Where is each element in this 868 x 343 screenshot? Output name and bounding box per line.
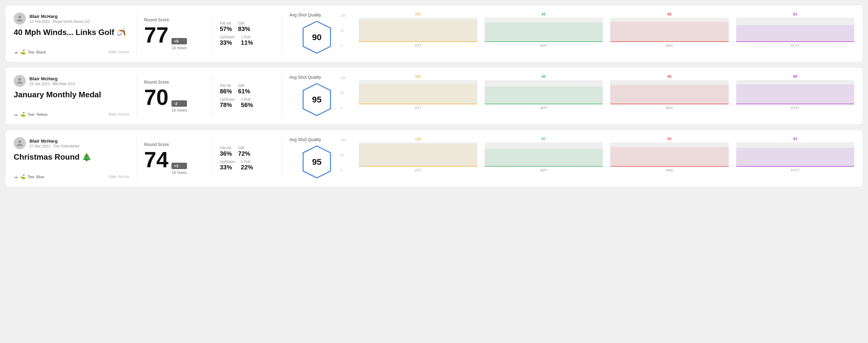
fw-hit-label: FW Hit <box>220 21 232 26</box>
quality-label: Avg Shot Quality <box>289 75 321 80</box>
bar-value-label: 107 <box>415 12 421 17</box>
stats-row-top: FW Hit 36% GIR 72% <box>220 146 275 157</box>
bar-column: 110 OTT <box>359 137 477 172</box>
gir-label: GIR <box>238 21 250 26</box>
gir-value: 61% <box>238 88 250 95</box>
bar-wrapper <box>485 18 603 42</box>
stat-fw-hit: FW Hit 36% <box>220 146 232 157</box>
avatar-icon <box>16 77 23 85</box>
y-axis-label: 100 <box>341 76 346 80</box>
score-section: Round Score 74 +2 18 Holes <box>144 137 205 179</box>
updown-label: Up/Down <box>220 160 235 164</box>
quality-section: Avg Shot Quality 95 <box>289 137 344 179</box>
bar-chart: 107 OTT 95 APP 98 ARG 82 <box>359 14 854 54</box>
user-name: Blair McHarg <box>30 14 90 19</box>
chart-section: 100500 107 OTT 95 APP 98 <box>344 12 854 55</box>
bar-value-label: 95 <box>542 12 546 17</box>
bar-line <box>359 166 477 167</box>
quality-score: 90 <box>312 33 321 42</box>
hexagon: 90 <box>302 20 332 55</box>
stat-gir: GIR 61% <box>238 84 250 95</box>
user-info: Blair McHarg 27 Dec 2021 · The Oxfordshi… <box>30 138 79 148</box>
bar-line <box>610 41 729 42</box>
stat-oneputt: 1 Putt 22% <box>241 160 253 171</box>
bar-axis-label: ARG <box>666 106 673 110</box>
score-badge-col: +2 18 Holes <box>172 163 187 175</box>
bar-column: 93 PUTT <box>736 137 855 172</box>
fw-hit-label: FW Hit <box>220 84 232 88</box>
holes-text: 18 Holes <box>172 170 187 175</box>
bar-line <box>485 166 603 167</box>
bar-wrapper <box>359 80 477 104</box>
bar-column: 82 PUTT <box>736 12 855 48</box>
score-badge-col: +5 18 Holes <box>172 38 187 50</box>
stat-gir: GIR 72% <box>238 146 250 157</box>
score-row: 77 +5 18 Holes <box>144 24 205 50</box>
vertical-divider <box>136 137 137 179</box>
bar-line <box>736 166 855 167</box>
tee-info: ☁ ⛳ Tee: Yellow <box>14 112 48 117</box>
user-info: Blair McHarg 29 Jan 2022 · Mill Ride GCC <box>30 76 76 86</box>
bar-column: 95 APP <box>485 12 603 48</box>
chart-y-axis: 100500 <box>341 139 346 172</box>
stats-section: FW Hit 36% GIR 72% Up/Down 33% 1 Putt <box>220 137 275 179</box>
user-row: Blair McHarg 27 Dec 2021 · The Oxfordshi… <box>14 137 129 149</box>
bar-line <box>485 104 603 104</box>
bar-chart: 101 OTT 86 APP 96 ARG 99 <box>359 76 854 116</box>
user-name: Blair McHarg <box>30 76 76 81</box>
chart-section: 100500 101 OTT 86 APP 96 <box>344 75 854 117</box>
stats-section: FW Hit 86% GIR 61% Up/Down 78% 1 Putt <box>220 75 275 117</box>
bar-wrapper <box>610 18 729 42</box>
score-section-label: Round Score <box>144 17 205 22</box>
bar-wrapper <box>485 80 603 104</box>
bar-chart: 110 OTT 87 APP 95 ARG 93 <box>359 139 854 178</box>
hexagon-container: 95 <box>289 82 344 117</box>
bar-wrapper <box>610 142 729 167</box>
bar-column: 86 APP <box>485 74 603 110</box>
gir-label: GIR <box>238 146 250 150</box>
stat-fw-hit: FW Hit 86% <box>220 84 232 95</box>
score-row: 74 +2 18 Holes <box>144 149 205 175</box>
bar-wrapper <box>485 142 603 167</box>
round-card: Blair McHarg 29 Jan 2022 · Mill Ride GCC… <box>5 67 863 125</box>
bar-axis-label: APP <box>540 168 547 172</box>
quality-label: Avg Shot Quality <box>289 12 321 17</box>
bar-line <box>736 104 855 104</box>
stat-gir: GIR 83% <box>238 21 250 33</box>
vertical-divider <box>136 12 137 55</box>
bar-fill <box>485 23 603 42</box>
tee-label: Tee: Black <box>28 50 46 55</box>
bar-value-label: 101 <box>415 74 421 79</box>
round-title: 40 Mph Winds... Links Golf 🪃 <box>14 28 129 37</box>
bar-axis-label: ARG <box>666 168 673 172</box>
y-axis-label: 0 <box>341 44 346 48</box>
weather-icon: ☁ <box>14 112 18 117</box>
stat-updown: Up/Down 33% <box>220 160 235 171</box>
tee-bag-icon: ⛳ <box>20 174 26 179</box>
stats-section: FW Hit 57% GIR 83% Up/Down 33% 1 Putt <box>220 12 275 55</box>
score-badge: +5 <box>172 38 187 44</box>
bar-axis-label: OTT <box>415 106 422 110</box>
quality-label: Avg Shot Quality <box>289 137 321 142</box>
date-course: 27 Dec 2021 · The Oxfordshire <box>30 144 79 148</box>
score-section: Round Score 77 +5 18 Holes <box>144 12 205 55</box>
gir-label: GIR <box>238 84 250 88</box>
bar-fill <box>359 144 477 166</box>
gir-value: 83% <box>238 26 250 33</box>
vertical-divider <box>212 75 213 117</box>
user-row: Blair McHarg 29 Jan 2022 · Mill Ride GCC <box>14 75 129 87</box>
bar-column: 107 OTT <box>359 12 477 48</box>
stats-row-top: FW Hit 86% GIR 61% <box>220 84 275 95</box>
tee-info: ☁ ⛳ Tee: Blue <box>14 174 44 179</box>
chart-wrapper: 100500 110 OTT 87 APP 95 <box>349 139 854 178</box>
chart-wrapper: 100500 101 OTT 86 APP 96 <box>349 76 854 116</box>
oneputt-label: 1 Putt <box>241 97 253 101</box>
bottom-row: ☁ ⛳ Tee: Blue Data: Arccos <box>14 174 129 179</box>
stat-oneputt: 1 Putt 56% <box>241 97 253 108</box>
bar-axis-label: APP <box>540 106 547 110</box>
bar-wrapper <box>359 142 477 167</box>
user-row: Blair McHarg 12 Feb 2022 · Royal North D… <box>14 12 129 25</box>
bar-axis-label: ARG <box>666 44 673 48</box>
round-card: Blair McHarg 27 Dec 2021 · The Oxfordshi… <box>5 129 863 187</box>
user-info: Blair McHarg 12 Feb 2022 · Royal North D… <box>30 14 90 24</box>
